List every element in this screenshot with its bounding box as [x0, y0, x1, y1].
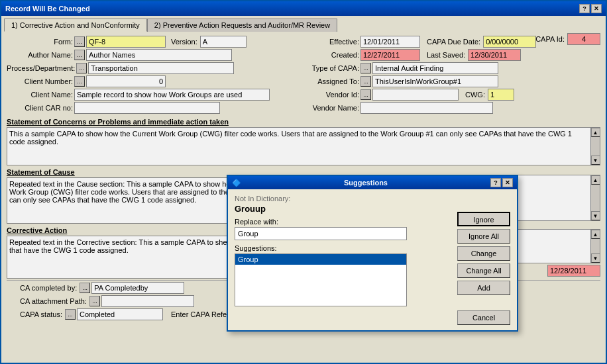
dialog-title-icon: 🔷	[232, 179, 241, 187]
title-bar-buttons: ? ✕	[579, 4, 602, 13]
suggestions-dialog: 🔷 Suggestions ? ✕ Not In Dictionary: Gro…	[227, 175, 518, 332]
main-content: 1) Corrective Action and NonConformity 2…	[1, 16, 606, 363]
dialog-main-area: Not In Dictionary: Grouup Replace with: …	[235, 195, 510, 306]
title-bar: Record Will Be Changed ? ✕	[1, 1, 606, 16]
suggestions-list: Group	[235, 253, 407, 306]
main-window: Record Will Be Changed ? ✕ 1) Corrective…	[0, 0, 607, 364]
ignore-button[interactable]: Ignore	[457, 212, 510, 226]
close-button[interactable]: ✕	[591, 4, 602, 13]
dialog-body: Not In Dictionary: Grouup Replace with: …	[228, 189, 517, 330]
dialog-title-label: Suggestions	[344, 179, 388, 187]
suggestion-item[interactable]: Group	[235, 254, 406, 265]
cancel-row: Cancel	[235, 310, 510, 325]
change-all-button[interactable]: Change All	[457, 263, 510, 278]
dialog-action-buttons: Ignore Ignore All Change Change All Add	[457, 212, 510, 295]
ignore-all-button[interactable]: Ignore All	[457, 229, 510, 244]
add-button[interactable]: Add	[457, 281, 510, 295]
dialog-title-bar: 🔷 Suggestions ? ✕	[228, 176, 517, 189]
window-title: Record Will Be Changed	[5, 5, 90, 13]
help-button[interactable]: ?	[579, 4, 590, 13]
change-button[interactable]: Change	[457, 246, 510, 261]
not-in-dict-label: Not In Dictionary:	[235, 195, 510, 203]
dialog-overlay: 🔷 Suggestions ? ✕ Not In Dictionary: Gro…	[1, 16, 606, 363]
dialog-close-button[interactable]: ✕	[502, 178, 513, 187]
dialog-help-button[interactable]: ?	[490, 178, 501, 187]
replace-with-input[interactable]	[235, 227, 407, 240]
dialog-title-buttons: ? ✕	[490, 178, 513, 187]
cancel-button[interactable]: Cancel	[457, 310, 510, 325]
